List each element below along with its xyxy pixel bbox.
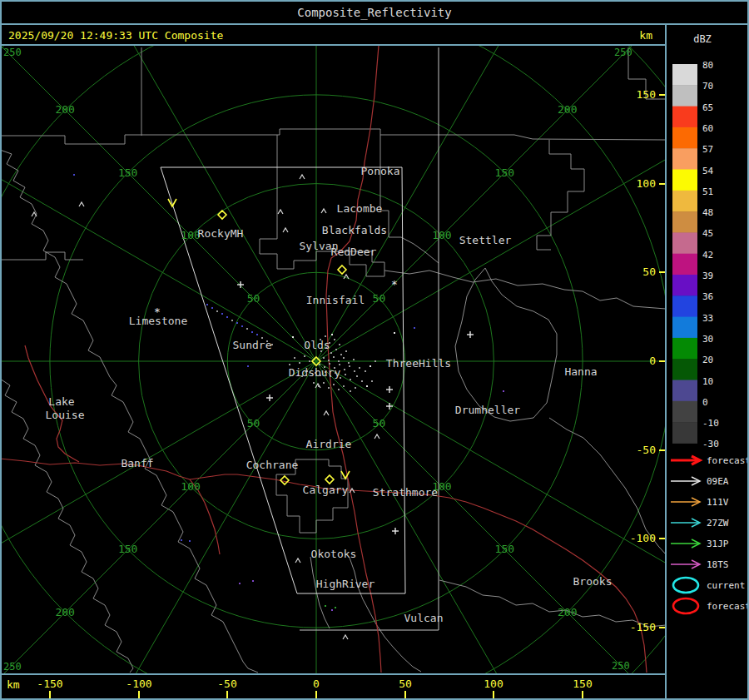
boundary-line bbox=[0, 129, 666, 144]
legend-ellipse-icon bbox=[673, 578, 698, 593]
echo-dot bbox=[231, 320, 233, 321]
dbz-scale-label: 30 bbox=[702, 334, 713, 345]
axis-unit-label: km bbox=[7, 678, 20, 691]
city-label: Didsbury bbox=[289, 366, 341, 379]
boundary-line bbox=[537, 140, 584, 250]
echo-dot bbox=[374, 360, 376, 362]
bottom-axis-tick bbox=[226, 691, 228, 698]
dbz-color-band bbox=[672, 317, 697, 339]
city-label: HighRiver bbox=[316, 578, 375, 590]
echo-dot bbox=[356, 375, 358, 377]
header-unit-label: km bbox=[639, 29, 652, 42]
right-axis-label: -100 bbox=[630, 532, 656, 544]
ring-distance-label: 200 bbox=[558, 606, 577, 618]
echo-dot bbox=[206, 304, 208, 305]
boundary-line bbox=[0, 379, 133, 673]
dbz-color-band bbox=[672, 295, 697, 317]
city-label: Lacombe bbox=[337, 202, 383, 215]
city-label: Stettler bbox=[459, 234, 512, 246]
dbz-scale-label: 60 bbox=[702, 123, 713, 134]
city-label: Airdrie bbox=[306, 438, 352, 450]
ring-distance-label: 50 bbox=[373, 292, 386, 305]
dbz-color-band bbox=[672, 254, 697, 276]
dbz-scale-label: 48 bbox=[702, 207, 713, 218]
dbz-scale-label: 33 bbox=[702, 313, 713, 324]
right-axis-label: -50 bbox=[637, 444, 656, 456]
city-label: Limestone bbox=[129, 315, 188, 327]
ring-distance-label: 250 bbox=[3, 661, 22, 673]
echo-dot bbox=[359, 367, 360, 369]
echo-dot bbox=[340, 354, 342, 355]
bottom-axis-tick bbox=[582, 691, 583, 698]
ring-distance-label: 100 bbox=[432, 229, 451, 241]
legend: forecast09EA111V27ZW31JP18TScurrentforec… bbox=[671, 455, 749, 613]
echo-dot bbox=[325, 605, 326, 607]
bottom-axis-label: -150 bbox=[37, 678, 62, 690]
caret-marker-icon bbox=[283, 228, 288, 232]
legend-label: 27ZW bbox=[707, 518, 729, 529]
bottom-axis-label: -50 bbox=[217, 678, 236, 690]
echo-dot bbox=[181, 539, 182, 541]
boundary-line bbox=[439, 580, 666, 627]
legend-label: forecast bbox=[707, 455, 749, 466]
ring-distance-label: 150 bbox=[495, 543, 514, 555]
dbz-color-band bbox=[672, 275, 697, 296]
caret-marker-icon bbox=[278, 210, 283, 214]
dbz-scale-label: -30 bbox=[702, 439, 719, 449]
dbz-scale-label: 80 bbox=[702, 60, 713, 71]
city-label: Strathmore bbox=[373, 486, 438, 499]
echo-dot bbox=[345, 374, 346, 375]
ring-distance-label: 150 bbox=[118, 543, 137, 555]
ring-distance-label: 50 bbox=[247, 292, 260, 305]
city-label: Cochrane bbox=[246, 459, 299, 471]
echo-dot bbox=[371, 380, 373, 382]
bottom-axis-tick bbox=[138, 691, 140, 698]
echo-dot bbox=[294, 357, 295, 359]
city-label: Innisfail bbox=[306, 294, 365, 306]
window-title: Composite_Reflectivity bbox=[297, 6, 451, 19]
echo-dot bbox=[370, 365, 371, 367]
echo-dot bbox=[344, 369, 345, 370]
ring-distance-label: 50 bbox=[373, 417, 386, 429]
echo-dot bbox=[361, 380, 363, 382]
legend-label: 31JP bbox=[707, 539, 729, 549]
caret-marker-icon bbox=[300, 175, 305, 179]
bottom-axis: km -150-100-50050100150 bbox=[0, 675, 666, 700]
dbz-scale-label: 36 bbox=[702, 291, 713, 302]
echo-dot bbox=[349, 365, 350, 367]
echo-dot bbox=[338, 360, 340, 362]
caret-marker-icon bbox=[295, 559, 300, 563]
legend-label: 09EA bbox=[707, 476, 729, 487]
frame-map-bottom-divider bbox=[0, 673, 667, 675]
storm-vector-icon bbox=[341, 471, 350, 479]
echo-dot bbox=[246, 328, 248, 330]
dbz-color-band bbox=[672, 401, 697, 423]
dbz-color-band bbox=[672, 148, 697, 170]
city-label: Banff bbox=[121, 457, 153, 469]
dbz-color-band bbox=[672, 380, 697, 402]
frame-top bbox=[0, 0, 749, 2]
status-header: 2025/09/20 12:49:33 UTC Composite km bbox=[0, 25, 666, 46]
bottom-axis-label: 150 bbox=[573, 678, 592, 690]
title-bar[interactable]: Composite_Reflectivity bbox=[0, 0, 749, 25]
legend-label: forecast bbox=[707, 601, 749, 612]
dbz-scale-label: 20 bbox=[702, 355, 713, 365]
dbz-scale-label: 70 bbox=[702, 81, 713, 92]
right-axis-label: 0 bbox=[649, 355, 656, 367]
radar-map-canvas[interactable]: 5050505010010010010015015015015020020020… bbox=[0, 46, 666, 674]
city-label: Brooks bbox=[573, 575, 613, 588]
echo-dot bbox=[335, 349, 337, 350]
caret-marker-icon bbox=[79, 202, 84, 206]
bottom-axis-label: 100 bbox=[484, 678, 503, 690]
ring-distance-label: 100 bbox=[181, 480, 200, 493]
echo-dot bbox=[414, 327, 415, 329]
echo-dot bbox=[350, 379, 351, 380]
dbz-scale-label: -10 bbox=[702, 418, 719, 429]
ring-distance-label: 200 bbox=[55, 103, 74, 116]
echo-dot bbox=[339, 364, 340, 365]
dbz-scale-label: 0 bbox=[702, 397, 708, 408]
caret-marker-icon bbox=[374, 434, 379, 439]
bottom-axis-label: -100 bbox=[126, 678, 151, 690]
echo-dot bbox=[289, 364, 290, 365]
dbz-scale-label: 54 bbox=[702, 166, 714, 176]
